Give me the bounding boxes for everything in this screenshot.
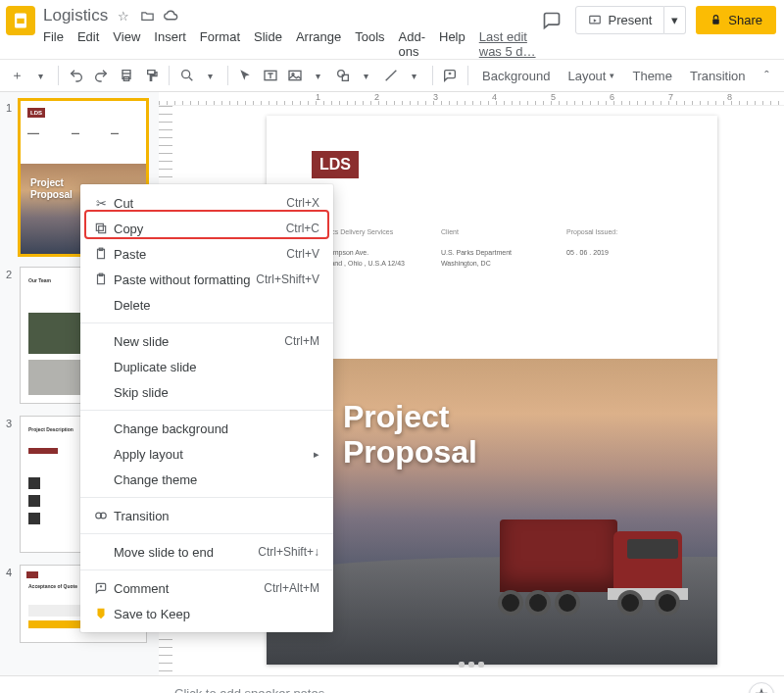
share-label: Share [728, 13, 762, 27]
svg-point-6 [181, 71, 189, 78]
menu-file[interactable]: File [43, 29, 64, 59]
select-tool[interactable] [234, 63, 258, 88]
paint-format-button[interactable] [139, 63, 163, 88]
slide-pager [459, 662, 484, 668]
image-tool[interactable] [284, 63, 308, 88]
copy-icon [90, 222, 112, 235]
slide-number: 4 [6, 565, 16, 643]
slide-canvas[interactable]: LDS Logistics Delivery Services 37 Thomp… [267, 116, 717, 665]
transition-icon [90, 509, 112, 522]
menu-addons[interactable]: Add-ons [399, 29, 425, 59]
truck-illustration [482, 486, 688, 623]
menu-tools[interactable]: Tools [355, 29, 384, 59]
doc-title[interactable]: Logistics [43, 6, 108, 25]
menu-arrange[interactable]: Arrange [296, 29, 341, 59]
layout-button[interactable]: Layout▾ [560, 63, 622, 88]
explore-button[interactable] [749, 682, 774, 693]
new-slide-button[interactable]: ＋ [6, 63, 29, 88]
menu-bar: File Edit View Insert Format Slide Arran… [43, 25, 538, 59]
share-button[interactable]: Share [696, 6, 776, 34]
menu-format[interactable]: Format [200, 29, 240, 59]
zoom-button[interactable] [175, 63, 199, 88]
textbox-tool[interactable] [259, 63, 282, 88]
info-col-2: Client U.S. Parks Department Washington,… [441, 227, 539, 269]
ctx-new-slide[interactable]: New slideCtrl+M [80, 328, 333, 354]
keep-icon [90, 607, 112, 620]
open-comments-button[interactable] [538, 7, 565, 34]
slide-photo: ProjectProposal [267, 359, 717, 665]
image-dropdown[interactable]: ▾ [307, 63, 330, 88]
separator [80, 410, 333, 411]
slide-number: 3 [6, 416, 16, 553]
submenu-arrow-icon: ▸ [314, 448, 319, 461]
notes-placeholder: Click to add speaker notes [174, 686, 324, 693]
separator [467, 66, 468, 85]
menu-help[interactable]: Help [439, 29, 466, 59]
present-dropdown[interactable]: ▾ [664, 6, 686, 34]
line-dropdown[interactable]: ▾ [403, 63, 426, 88]
svg-rect-1 [17, 19, 24, 24]
ctx-paste[interactable]: Paste Ctrl+V [80, 241, 333, 267]
last-edit-link[interactable]: Last edit was 5 d… [479, 29, 539, 59]
separator [58, 66, 59, 85]
separator [80, 569, 333, 570]
svg-point-10 [338, 71, 345, 77]
ctx-change-background[interactable]: Change background [80, 416, 333, 441]
collapse-toolbar-button[interactable]: ˆ [756, 63, 779, 88]
ctx-comment[interactable]: CommentCtrl+Alt+M [80, 575, 333, 601]
shape-dropdown[interactable]: ▾ [355, 63, 378, 88]
new-slide-dropdown[interactable]: ▾ [29, 63, 53, 88]
menu-slide[interactable]: Slide [254, 29, 282, 59]
slides-logo[interactable] [6, 6, 35, 35]
ctx-change-theme[interactable]: Change theme [80, 467, 333, 492]
undo-button[interactable] [65, 63, 88, 88]
scissors-icon: ✂ [90, 196, 112, 211]
ctx-skip-slide[interactable]: Skip slide [80, 379, 333, 405]
ctx-transition[interactable]: Transition [80, 503, 333, 528]
ctx-move-slide-end[interactable]: Move slide to endCtrl+Shift+↓ [80, 539, 333, 565]
redo-button[interactable] [89, 63, 113, 88]
svg-rect-8 [289, 71, 301, 79]
slide-number: 2 [6, 267, 16, 404]
ctx-duplicate-slide[interactable]: Duplicate slide [80, 354, 333, 379]
ruler-horizontal: 1 2 3 4 5 6 7 8 [159, 92, 784, 106]
separator [80, 497, 333, 498]
print-button[interactable] [115, 63, 138, 88]
slide-logo: LDS [312, 151, 359, 178]
svg-rect-12 [99, 226, 106, 233]
ctx-save-to-keep[interactable]: Save to Keep [80, 601, 333, 626]
separator [169, 66, 170, 85]
menu-edit[interactable]: Edit [77, 29, 99, 59]
svg-rect-3 [713, 19, 720, 24]
ctx-copy[interactable]: Copy Ctrl+C [80, 216, 333, 241]
ctx-apply-layout[interactable]: Apply layout▸ [80, 441, 333, 467]
shape-tool[interactable] [332, 63, 356, 88]
comment-icon [90, 581, 112, 595]
move-to-folder-icon[interactable] [139, 8, 155, 24]
clipboard-plain-icon [90, 272, 112, 286]
line-tool[interactable] [380, 63, 404, 88]
ctx-delete[interactable]: Delete [80, 292, 333, 318]
thumb-head: Project Description [28, 426, 74, 432]
menu-insert[interactable]: Insert [154, 29, 186, 59]
separator [432, 66, 433, 85]
svg-rect-13 [96, 223, 103, 230]
menu-view[interactable]: View [113, 29, 140, 59]
present-label: Present [608, 13, 652, 27]
toolbar: ＋ ▾ ▾ ▾ ▾ ▾ Background Layout▾ Theme Tra… [0, 59, 784, 92]
speaker-notes[interactable]: Click to add speaker notes [0, 675, 784, 693]
comment-tool[interactable] [439, 63, 463, 88]
separator [80, 533, 333, 534]
theme-button[interactable]: Theme [624, 63, 679, 88]
background-button[interactable]: Background [474, 63, 558, 88]
transition-button[interactable]: Transition [682, 63, 754, 88]
star-icon[interactable]: ☆ [116, 8, 131, 24]
zoom-dropdown[interactable]: ▾ [198, 63, 221, 88]
clipboard-icon [90, 247, 112, 261]
separator [80, 322, 333, 323]
ctx-paste-without-formatting[interactable]: Paste without formatting Ctrl+Shift+V [80, 267, 333, 292]
thumb-logo: LDS [27, 108, 45, 118]
thumb-head: Acceptance of Quote [28, 583, 77, 589]
present-button[interactable]: Present [575, 6, 664, 34]
ctx-cut[interactable]: ✂ Cut Ctrl+X [80, 190, 333, 216]
